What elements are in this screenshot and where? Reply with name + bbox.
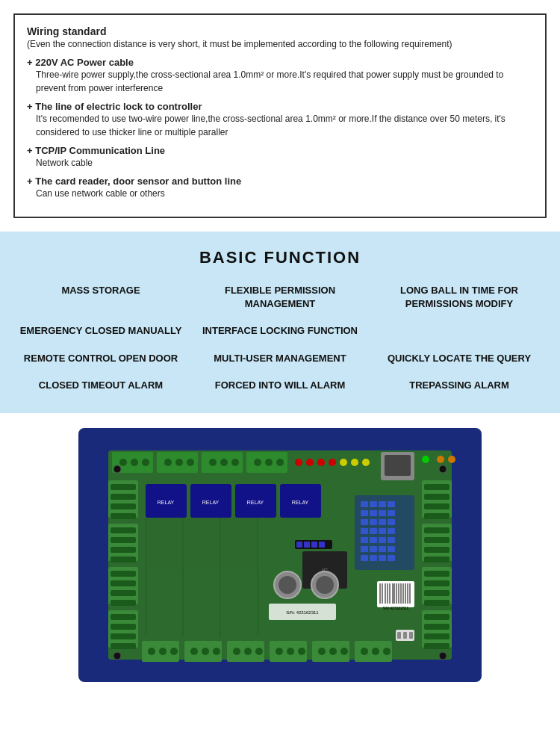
svg-point-78 — [170, 648, 178, 655]
svg-rect-139 — [370, 555, 377, 561]
svg-point-13 — [220, 459, 228, 466]
feature-empty-1 — [373, 324, 545, 338]
feature-trepassing: TREPASSING ALARM — [373, 379, 545, 392]
svg-rect-39 — [111, 537, 136, 543]
svg-point-18 — [295, 459, 302, 466]
wiring-section: Wiring standard (Even the connection dis… — [13, 13, 547, 218]
svg-rect-68 — [424, 633, 449, 639]
svg-rect-134 — [361, 546, 368, 552]
svg-rect-118 — [361, 510, 368, 516]
wiring-item-header-card: The card reader, door sensor and button … — [27, 176, 533, 187]
svg-point-92 — [372, 648, 379, 655]
svg-rect-115 — [370, 501, 377, 507]
svg-point-107 — [316, 576, 334, 594]
svg-point-19 — [306, 459, 314, 466]
svg-rect-34 — [111, 484, 136, 490]
pcb-board-container: RELAY RELAY RELAY RELAY IC — [78, 428, 482, 682]
feature-quickly-locate: QUICKLY LOCATE THE QUERY — [373, 352, 545, 365]
svg-point-77 — [159, 648, 167, 655]
svg-rect-163 — [409, 632, 413, 639]
wiring-item-lock: The line of electric lock to controller … — [27, 101, 533, 139]
svg-rect-132 — [379, 537, 386, 543]
feature-remote-control: REMOTE CONTROL OPEN DOOR — [15, 352, 187, 365]
svg-point-165 — [439, 465, 447, 473]
wiring-item-header-tcp: TCP/IP Communication Line — [27, 145, 533, 156]
svg-rect-38 — [111, 527, 136, 533]
svg-point-20 — [317, 459, 325, 466]
svg-point-83 — [244, 648, 252, 655]
wiring-title: Wiring standard — [27, 25, 533, 37]
svg-point-21 — [329, 459, 336, 466]
pcb-svg: RELAY RELAY RELAY RELAY IC — [86, 436, 474, 675]
svg-rect-121 — [388, 510, 395, 516]
svg-rect-125 — [388, 519, 395, 525]
svg-point-88 — [318, 648, 326, 655]
svg-rect-56 — [424, 503, 449, 509]
svg-rect-140 — [379, 555, 386, 561]
feature-flexible-permission: FLEXIBLE PERMISSION MANAGEMENT — [194, 284, 366, 311]
svg-rect-26 — [385, 455, 411, 476]
svg-rect-109 — [296, 542, 302, 548]
svg-point-6 — [119, 459, 127, 466]
svg-rect-60 — [424, 547, 449, 553]
svg-rect-41 — [111, 557, 136, 562]
svg-point-79 — [190, 648, 198, 655]
svg-rect-123 — [370, 519, 377, 525]
wiring-item-body-lock: It's recomended to use two-wire power li… — [27, 112, 533, 139]
svg-rect-122 — [361, 519, 368, 525]
svg-rect-127 — [370, 528, 377, 534]
svg-point-80 — [202, 648, 209, 655]
svg-rect-46 — [111, 614, 136, 620]
svg-rect-55 — [424, 494, 449, 500]
svg-point-166 — [113, 652, 121, 660]
svg-point-12 — [209, 459, 217, 466]
svg-rect-124 — [379, 519, 386, 525]
svg-point-85 — [276, 648, 283, 655]
svg-rect-128 — [379, 528, 386, 534]
feature-long-ball: LONG BALL IN TIME FOR PERMISSIONS MODIFY — [373, 284, 545, 311]
svg-text:RELAY: RELAY — [247, 500, 264, 505]
svg-rect-116 — [379, 501, 386, 507]
svg-point-164 — [113, 465, 121, 473]
svg-rect-59 — [424, 537, 449, 543]
svg-rect-135 — [370, 546, 377, 552]
svg-point-84 — [255, 648, 263, 655]
svg-rect-119 — [370, 510, 377, 516]
svg-rect-43 — [111, 580, 136, 586]
svg-point-28 — [437, 456, 444, 463]
svg-point-23 — [351, 459, 358, 466]
svg-rect-40 — [111, 547, 136, 553]
svg-rect-37 — [111, 513, 136, 519]
wiring-item-header-lock: The line of electric lock to controller — [27, 101, 533, 112]
svg-text:RELAY: RELAY — [158, 500, 175, 505]
svg-point-8 — [142, 459, 149, 466]
pcb-section: RELAY RELAY RELAY RELAY IC — [0, 421, 560, 697]
svg-point-87 — [298, 648, 305, 655]
svg-rect-57 — [424, 513, 449, 519]
svg-point-7 — [131, 459, 138, 466]
svg-point-89 — [329, 648, 337, 655]
basic-function-section: BASIC FUNCTION MASS STORAGE FLEXIBLE PER… — [0, 232, 560, 413]
svg-point-90 — [340, 648, 348, 655]
wiring-item-card: The card reader, door sensor and button … — [27, 176, 533, 200]
svg-rect-117 — [388, 501, 395, 507]
svg-rect-131 — [370, 537, 377, 543]
feature-emergency-closed: EMERGENCY CLOSED MANUALLY — [15, 324, 187, 338]
feature-mass-storage: MASS STORAGE — [15, 284, 187, 311]
svg-point-24 — [362, 459, 370, 466]
svg-rect-112 — [319, 542, 325, 548]
svg-rect-111 — [311, 542, 317, 548]
svg-rect-138 — [361, 555, 368, 561]
svg-point-15 — [254, 459, 261, 466]
svg-rect-54 — [424, 484, 449, 490]
svg-rect-133 — [388, 537, 395, 543]
svg-point-76 — [148, 648, 155, 655]
wiring-item-power: 220V AC Power cable Three-wire power sup… — [27, 57, 533, 95]
wiring-item-header-power: 220V AC Power cable — [27, 57, 533, 68]
wiring-item-body-power: Three-wire power supply,the cross-sectio… — [27, 68, 533, 95]
feature-forced-alarm: FORCED INTO WILL ALARM — [194, 379, 366, 392]
svg-rect-66 — [424, 614, 449, 620]
svg-point-14 — [231, 459, 239, 466]
svg-rect-42 — [111, 571, 136, 577]
svg-point-29 — [448, 456, 455, 463]
